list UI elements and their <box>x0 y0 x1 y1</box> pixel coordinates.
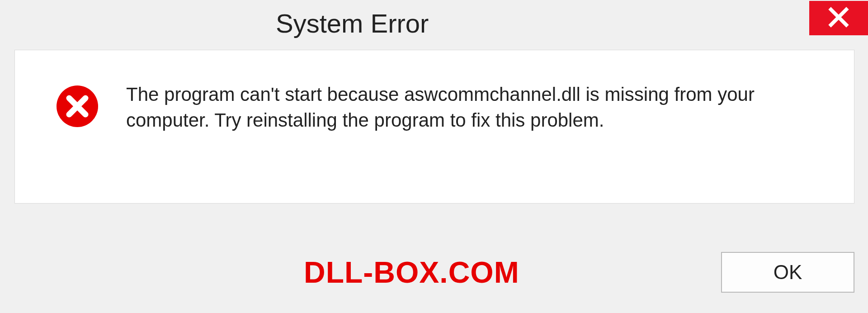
message-panel: The program can't start because aswcommc… <box>14 50 854 204</box>
error-message: The program can't start because aswcommc… <box>126 82 827 133</box>
ok-button-label: OK <box>774 261 802 284</box>
titlebar: System Error <box>0 0 868 45</box>
ok-button[interactable]: OK <box>721 252 854 293</box>
error-icon <box>56 85 99 128</box>
close-button[interactable] <box>809 1 868 35</box>
watermark-text: DLL-BOX.COM <box>304 255 519 289</box>
close-icon <box>828 7 849 29</box>
dialog-title: System Error <box>276 8 429 38</box>
dialog-footer: DLL-BOX.COM OK <box>14 245 854 299</box>
